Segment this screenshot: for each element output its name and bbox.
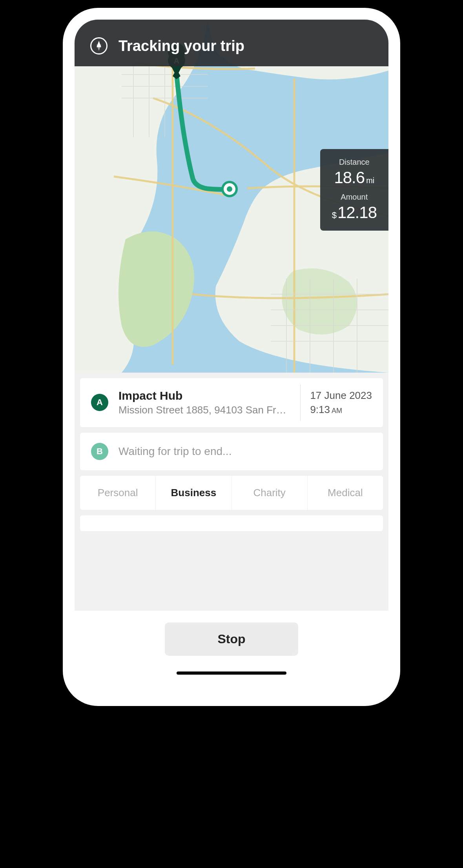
tab-medical[interactable]: Medical bbox=[308, 476, 383, 510]
origin-time: 9:13 bbox=[310, 404, 330, 415]
origin-datetime: 17 June 2023 9:13AM bbox=[310, 388, 372, 417]
compass-icon bbox=[90, 37, 108, 55]
destination-card[interactable]: B Waiting for trip to end... bbox=[80, 433, 383, 470]
origin-pin-badge: A bbox=[91, 394, 108, 411]
stop-button[interactable]: Stop bbox=[165, 622, 298, 656]
origin-card[interactable]: A Impact Hub Mission Street 1885, 94103 … bbox=[80, 378, 383, 427]
map-marker-current[interactable] bbox=[222, 182, 237, 196]
amount-prefix: $ bbox=[332, 210, 337, 220]
distance-value: 18.6 bbox=[334, 168, 365, 187]
distance-label: Distance bbox=[332, 158, 377, 167]
tab-business[interactable]: Business bbox=[156, 476, 232, 510]
distance-unit: mi bbox=[366, 176, 374, 185]
map-view[interactable]: A Distance 18.6mi bbox=[75, 20, 388, 373]
extra-card[interactable] bbox=[80, 515, 383, 531]
destination-pin-badge: B bbox=[91, 443, 108, 460]
amount-value: 12.18 bbox=[337, 203, 377, 222]
header-bar: Tracking your trip bbox=[75, 20, 388, 66]
distance-stat: Distance 18.6mi bbox=[332, 158, 377, 187]
origin-address: Mission Street 1885, 94103 San Fra... bbox=[118, 404, 287, 416]
origin-body: Impact Hub Mission Street 1885, 94103 Sa… bbox=[118, 389, 291, 416]
screen: Tracking your trip bbox=[75, 20, 388, 694]
bottom-bar: Stop bbox=[75, 611, 388, 694]
origin-name: Impact Hub bbox=[118, 389, 291, 402]
trip-cards: A Impact Hub Mission Street 1885, 94103 … bbox=[75, 373, 388, 531]
home-indicator[interactable] bbox=[177, 671, 286, 675]
tab-charity[interactable]: Charity bbox=[232, 476, 308, 510]
origin-date: 17 June 2023 bbox=[310, 388, 372, 402]
amount-stat: Amount $12.18 bbox=[332, 193, 377, 222]
phone-frame: Tracking your trip bbox=[63, 8, 400, 706]
tab-personal[interactable]: Personal bbox=[80, 476, 156, 510]
category-tabs: Personal Business Charity Medical bbox=[80, 476, 383, 510]
origin-ampm: AM bbox=[332, 407, 342, 415]
svg-point-5 bbox=[227, 186, 232, 192]
trip-stats-panel: Distance 18.6mi Amount $12.18 bbox=[320, 149, 388, 231]
amount-label: Amount bbox=[332, 193, 377, 202]
destination-status: Waiting for trip to end... bbox=[118, 445, 232, 458]
header-title: Tracking your trip bbox=[118, 38, 244, 55]
divider bbox=[300, 384, 301, 421]
